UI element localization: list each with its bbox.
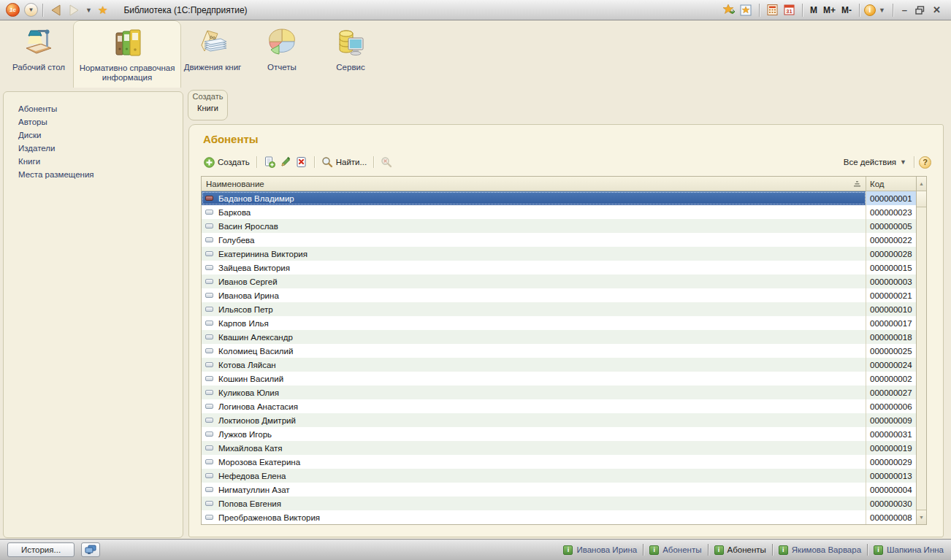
- table-row[interactable]: Иванов Сергей 000000003: [202, 275, 926, 288]
- memory-minus-button[interactable]: M-: [841, 5, 852, 15]
- plus-circle-icon: [203, 156, 215, 168]
- create-books-button[interactable]: Книги: [188, 101, 227, 112]
- table-row[interactable]: Екатеринина Виктория 000000028: [202, 247, 926, 261]
- copy-item-button[interactable]: [261, 155, 278, 169]
- table-row[interactable]: Баркова 000000023: [202, 205, 926, 219]
- table-row[interactable]: Ильясов Петр 000000010: [202, 302, 926, 316]
- status-window-link[interactable]: i Якимова Варвара: [779, 545, 861, 555]
- reference-item-icon: [205, 196, 213, 201]
- table-row[interactable]: Голубева 000000022: [202, 233, 926, 247]
- info-icon: i: [649, 545, 659, 555]
- table-row[interactable]: Нигматуллин Азат 000000004: [202, 483, 926, 496]
- restore-button[interactable]: [914, 4, 926, 16]
- create-group-title: Создать: [188, 91, 227, 101]
- sidebar-item-disks[interactable]: Диски: [4, 129, 183, 142]
- tab-reference-info[interactable]: Нормативно справочная информация: [73, 20, 181, 88]
- tab-label: Рабочий стол: [12, 63, 65, 72]
- all-actions-button[interactable]: Все действия ▼: [844, 158, 909, 166]
- scrollbar-thumb[interactable]: [917, 191, 926, 207]
- favorites-panel-icon[interactable]: [740, 4, 752, 16]
- tab-reports[interactable]: Отчеты: [253, 20, 311, 88]
- edit-button[interactable]: [278, 155, 294, 169]
- table-row[interactable]: Нефедова Елена 000000013: [202, 469, 926, 483]
- memory-button[interactable]: M: [810, 5, 817, 15]
- scroll-up-icon[interactable]: ▲: [917, 177, 926, 191]
- calendar-icon[interactable]: 31: [783, 4, 795, 16]
- tab-desktop[interactable]: Рабочий стол: [6, 20, 72, 88]
- main-menu-button[interactable]: ▼: [24, 3, 38, 17]
- minimize-button[interactable]: –: [902, 4, 907, 15]
- vertical-scrollbar[interactable]: ▲ ▼: [916, 177, 926, 524]
- sidebar-item-books[interactable]: Книги: [4, 155, 183, 168]
- find-button[interactable]: Найти...: [319, 155, 369, 169]
- calculator-icon[interactable]: [766, 4, 779, 16]
- back-button[interactable]: [49, 4, 64, 17]
- window-title: Библиотека (1С:Предприятие): [123, 5, 247, 15]
- table-header: Наименование Код: [202, 177, 926, 191]
- table-row[interactable]: Морозова Екатерина 000000029: [202, 455, 926, 469]
- status-window-link[interactable]: i Абоненты: [649, 545, 701, 555]
- scroll-down-icon[interactable]: ▼: [917, 510, 926, 524]
- table-row[interactable]: Коломиец Василий 000000025: [202, 344, 926, 358]
- column-header-name[interactable]: Наименование: [202, 177, 866, 191]
- table-row[interactable]: Логинова Анастасия 000000006: [202, 399, 926, 413]
- close-button[interactable]: ✕: [933, 4, 941, 15]
- table-row[interactable]: Михайлова Катя 000000019: [202, 441, 926, 455]
- reference-item-icon: [205, 265, 213, 270]
- statusbar: История... i Иванова Ирина i Абоненты i …: [0, 539, 951, 560]
- status-window-link[interactable]: i Шапкина Инна: [874, 545, 944, 555]
- clear-find-button[interactable]: [378, 155, 394, 169]
- active-users-button[interactable]: [81, 542, 100, 557]
- sidebar-item-publishers[interactable]: Издатели: [4, 142, 183, 155]
- table-row[interactable]: Карпов Илья 000000017: [202, 316, 926, 330]
- table-row[interactable]: Лужков Игорь 000000031: [202, 427, 926, 441]
- delete-button[interactable]: [294, 155, 310, 169]
- tab-service[interactable]: Сервис: [321, 20, 380, 88]
- table-row[interactable]: Локтионов Дмитрий 000000009: [202, 413, 926, 427]
- table-row[interactable]: Куликова Юлия 000000027: [202, 386, 926, 399]
- table-row[interactable]: Баданов Владимир 000000001: [202, 191, 926, 205]
- table-row[interactable]: Иванова Ирина 000000021: [202, 288, 926, 302]
- ribbon: Рабочий стол Нормативно справочная инфор…: [0, 20, 951, 88]
- forward-button[interactable]: [66, 4, 81, 17]
- reference-item-icon: [205, 431, 213, 437]
- history-button[interactable]: История...: [7, 542, 75, 557]
- reference-item-icon: [205, 251, 213, 256]
- status-window-link[interactable]: i Иванова Ирина: [563, 545, 637, 555]
- sidebar-item-locations[interactable]: Места размещения: [4, 168, 183, 181]
- magnifier-icon: [321, 156, 333, 168]
- toolbar-separator: [256, 156, 257, 168]
- info-dropdown-icon[interactable]: ▼: [879, 7, 885, 14]
- list-toolbar: Создать: [201, 153, 931, 171]
- titlebar: 1c ▼ ▼ ★ Библиотека (1С:Предприятие): [0, 0, 951, 20]
- sidebar-item-subscribers[interactable]: Абоненты: [4, 102, 183, 115]
- info-button[interactable]: i: [864, 4, 876, 16]
- create-button[interactable]: Создать: [201, 155, 252, 169]
- magnifier-clear-icon: [381, 156, 392, 168]
- tab-book-movements[interactable]: Движения книг: [183, 20, 242, 88]
- add-favorite-icon[interactable]: [723, 4, 736, 16]
- sidebar-item-authors[interactable]: Авторы: [4, 115, 183, 129]
- table-row[interactable]: Васин Ярослав 000000005: [202, 219, 926, 233]
- 1c-logo-icon[interactable]: 1c: [6, 3, 20, 17]
- help-button[interactable]: ?: [919, 156, 931, 169]
- tab-label: Нормативно справочная информация: [74, 64, 180, 83]
- table-row[interactable]: Квашин Александр 000000018: [202, 330, 926, 344]
- svg-text:31: 31: [786, 8, 792, 15]
- titlebar-separator: [802, 4, 803, 17]
- table-row[interactable]: Кошкин Василий 000000002: [202, 372, 926, 386]
- favorites-star-icon[interactable]: ★: [98, 4, 107, 17]
- status-window-link[interactable]: i Абоненты: [714, 545, 766, 555]
- monitors-icon: [85, 545, 96, 555]
- reference-item-icon: [205, 293, 213, 298]
- reference-item-icon: [205, 473, 213, 478]
- table-row[interactable]: Преображенова Виктория 000000008: [202, 510, 926, 524]
- delete-icon: [296, 156, 308, 168]
- reference-item-icon: [205, 459, 213, 464]
- table-row[interactable]: Котова Ляйсан 000000024: [202, 358, 926, 372]
- memory-plus-button[interactable]: M+: [823, 5, 836, 15]
- history-dropdown-icon[interactable]: ▼: [85, 7, 92, 14]
- column-header-code[interactable]: Код: [866, 177, 916, 191]
- table-row[interactable]: Попова Евгения 000000030: [202, 496, 926, 510]
- table-row[interactable]: Зайцева Виктория 000000015: [202, 261, 926, 275]
